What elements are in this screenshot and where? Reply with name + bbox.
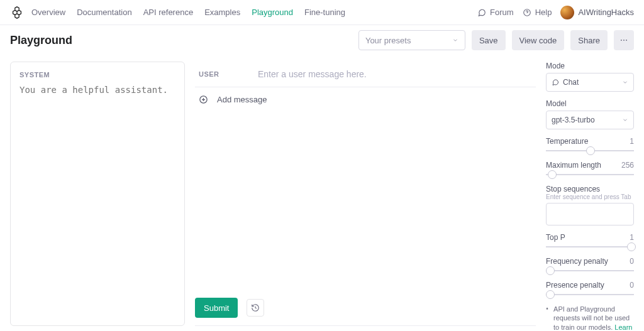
topp-value: 1	[630, 233, 634, 242]
sub-header: Playground Your presets Save View code S…	[0, 25, 644, 55]
system-label: SYSTEM	[19, 71, 175, 79]
save-button[interactable]: Save	[472, 30, 506, 50]
mode-label: Mode	[546, 62, 634, 70]
forum-link[interactable]: Forum	[477, 8, 514, 17]
add-message-button[interactable]: Add message	[195, 87, 536, 112]
top-nav: Overview Documentation API reference Exa…	[0, 0, 644, 25]
system-panel: SYSTEM	[10, 62, 185, 326]
svg-point-2	[623, 40, 625, 41]
topp-group: Top P 1	[546, 233, 634, 249]
share-button[interactable]: Share	[570, 30, 608, 50]
nav-links: Overview Documentation API reference Exa…	[31, 8, 345, 17]
freq-value: 0	[630, 257, 634, 266]
role-label: USER	[199, 70, 224, 78]
forum-label: Forum	[490, 8, 514, 17]
freq-group: Frequency penalty 0	[546, 257, 634, 273]
topp-slider[interactable]	[546, 244, 634, 249]
temperature-slider[interactable]	[546, 148, 634, 153]
avatar	[560, 6, 574, 19]
freq-slider[interactable]	[546, 268, 634, 273]
model-value: gpt-3.5-turbo	[552, 116, 595, 124]
svg-point-1	[621, 40, 622, 41]
help-link[interactable]: Help	[523, 8, 552, 17]
system-input[interactable]	[19, 85, 175, 105]
maxlen-label: Maximum length	[546, 161, 601, 170]
maxlen-value: 256	[621, 161, 634, 170]
stop-hint: Enter sequence and press Tab	[546, 193, 634, 200]
notice: API and Playground requests will not be …	[546, 305, 634, 331]
presets-placeholder: Your presets	[365, 36, 411, 45]
nav-right: Forum Help AIWritingHacks	[477, 6, 634, 19]
stop-group: Stop sequences Enter sequence and press …	[546, 185, 634, 225]
stop-label: Stop sequences	[546, 185, 634, 193]
maxlen-group: Maximum length 256	[546, 161, 634, 177]
page-title: Playground	[10, 34, 352, 47]
chevron-down-icon	[622, 117, 628, 123]
more-button[interactable]	[614, 30, 634, 50]
mode-value: Chat	[563, 78, 579, 87]
chevron-down-icon	[622, 79, 628, 85]
settings-panel: Mode Chat Model gpt-3.5-turbo Temperatur…	[546, 62, 634, 326]
nav-fine-tuning[interactable]: Fine-tuning	[304, 8, 345, 17]
temperature-value: 1	[630, 137, 634, 146]
openai-logo-icon	[10, 6, 24, 19]
freq-label: Frequency penalty	[546, 257, 608, 266]
mode-group: Mode Chat	[546, 62, 634, 92]
maxlen-slider[interactable]	[546, 172, 634, 177]
chat-mode-icon	[552, 79, 559, 86]
pres-value: 0	[630, 281, 634, 290]
chat-panel: USER Add message Submit	[195, 62, 536, 326]
model-select[interactable]: gpt-3.5-turbo	[546, 111, 634, 129]
temperature-label: Temperature	[546, 137, 588, 146]
topp-label: Top P	[546, 233, 565, 242]
pres-group: Presence penalty 0	[546, 281, 634, 297]
submit-button[interactable]: Submit	[195, 298, 238, 318]
user-message-input[interactable]	[258, 69, 532, 79]
model-label: Model	[546, 99, 634, 108]
pres-label: Presence penalty	[546, 281, 604, 290]
presets-select[interactable]: Your presets	[358, 30, 465, 50]
nav-documentation[interactable]: Documentation	[77, 8, 131, 17]
pres-slider[interactable]	[546, 292, 634, 297]
view-code-button[interactable]: View code	[512, 30, 565, 50]
history-icon	[251, 303, 260, 312]
help-label: Help	[535, 8, 552, 17]
lock-icon	[546, 305, 548, 312]
nav-api-reference[interactable]: API reference	[143, 8, 194, 17]
nav-playground[interactable]: Playground	[252, 8, 293, 17]
main: SYSTEM USER Add message Submit Mode	[0, 55, 644, 331]
nav-overview[interactable]: Overview	[31, 8, 65, 17]
chat-bubble-icon	[477, 8, 486, 17]
mode-select[interactable]: Chat	[546, 73, 634, 92]
model-group: Model gpt-3.5-turbo	[546, 99, 634, 129]
chat-footer: Submit	[195, 290, 536, 325]
stop-input[interactable]	[546, 203, 634, 225]
message-row: USER	[195, 62, 536, 87]
history-button[interactable]	[247, 299, 264, 317]
account-menu[interactable]: AIWritingHacks	[560, 6, 634, 19]
temperature-group: Temperature 1	[546, 137, 634, 153]
username: AIWritingHacks	[578, 8, 634, 17]
plus-circle-icon	[199, 95, 208, 104]
ellipsis-icon	[619, 36, 628, 45]
chevron-down-icon	[452, 37, 458, 43]
add-message-label: Add message	[217, 95, 267, 104]
svg-point-3	[626, 40, 627, 41]
nav-examples[interactable]: Examples	[204, 8, 240, 17]
help-icon	[523, 8, 531, 17]
